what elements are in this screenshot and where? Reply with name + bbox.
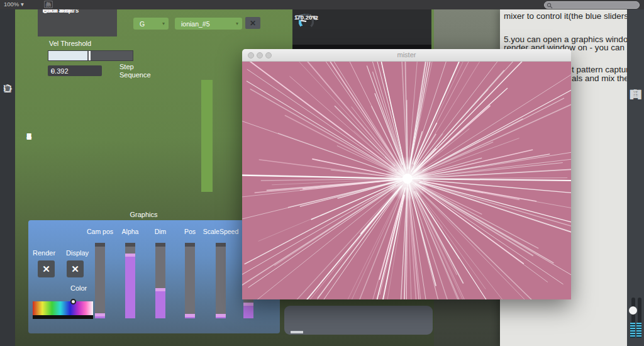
graphics-slider[interactable] [125,243,135,318]
slider-fill [216,314,226,318]
search-input[interactable] [544,1,640,9]
top-toolbar: 100% ▾ m❝✕○▸–◔+⚑ [0,0,644,9]
slider-fill [243,303,253,318]
display-checkbox[interactable]: ✕ [67,260,84,277]
search-icon [547,3,553,9]
paint-icon[interactable]: ⚑ [44,1,53,8]
slider-fill [95,313,105,318]
sequencer-row-number: 8 [26,131,31,142]
scale-dropdown[interactable]: ionian_#5 ▾ [175,18,242,30]
color-picker-cursor[interactable] [70,299,76,304]
slider-cap [125,243,135,247]
render-label: Render [33,249,55,257]
document-line: mixer to control it(the blue sliders) [504,11,627,21]
chevron-down-icon: ▾ [236,21,238,26]
slider-cap [155,243,165,247]
display-label: Display [66,249,89,257]
graphics-slider[interactable] [155,243,165,318]
starburst-render-view [242,62,571,299]
color-picker-swatch[interactable] [33,301,93,319]
sequencer-playhead-column [201,80,213,192]
slider-fill [185,314,195,318]
level-meter-right [636,323,641,338]
key-dropdown-value: G [140,20,145,28]
close-box-button[interactable]: ✕ [245,17,260,29]
zoom-level[interactable]: 100% ▾ [4,1,24,8]
step-sequence-label: Step Sequence [119,63,151,79]
star-icon[interactable]: ★ [2,82,13,94]
mister-titlebar[interactable]: mister [242,49,571,62]
color-label: Color [70,284,87,292]
slider-cap [216,243,226,247]
sequencer-row-numbers: 12345678 [26,80,42,192]
volume-slider-knob[interactable] [629,306,637,315]
level-meter-left [630,323,635,338]
chevron-down-icon: ▾ [162,21,165,26]
vel-threshold-numberbox[interactable]: ▶ 0.392 [48,65,102,76]
document-line: t pattern capturein [572,65,627,74]
reverb-rail [292,45,431,49]
graphics-title: Graphics [28,211,259,218]
mister-window[interactable]: mister [242,49,571,299]
left-sidebar: ⬢◎▭♪⁞▶▦✇⚉vb★ [0,9,15,346]
keyboard-dash[interactable] [291,331,303,333]
window-title: mister [242,51,571,59]
vel-threshold-slider[interactable] [48,50,133,61]
max-patcher-app: 100% ▾ m❝✕○▸–◔+⚑ ⬢◎▭♪⁞▶▦✇⚉vb★ ▦ⓘ❚❚☰❚❚⎙ E… [0,0,644,346]
vel-threshold-fill [48,51,87,60]
graphics-slider[interactable] [95,243,105,318]
camera-icon[interactable]: ⎙ [630,87,642,100]
vel-threshold-label: Vel Threshold [49,40,91,47]
vel-threshold-value: 0.392 [51,67,69,75]
knob-value: 0.20 [301,14,313,21]
graphics-slider[interactable] [185,243,195,318]
slider-fill [155,288,165,318]
keyboard-panel[interactable] [284,306,433,335]
starburst-graphic [242,62,571,299]
vel-threshold-handle[interactable] [89,51,91,60]
right-sidebar: ▦ⓘ❚❚☰❚❚⎙ [627,9,644,346]
key-dropdown[interactable]: G ▾ [133,18,169,30]
render-checkbox[interactable]: ✕ [38,260,55,277]
document-line: als and mix the au [572,74,627,83]
graphics-slider[interactable] [216,243,226,318]
scale-dropdown-value: ionian_#5 [181,20,210,28]
slider-cap [95,243,105,247]
reverb-panel: Mix70.5 %Size25.00Decay45.00Damping1.80 … [292,9,431,49]
slider-fill [125,254,135,318]
slider-cap [185,243,195,247]
